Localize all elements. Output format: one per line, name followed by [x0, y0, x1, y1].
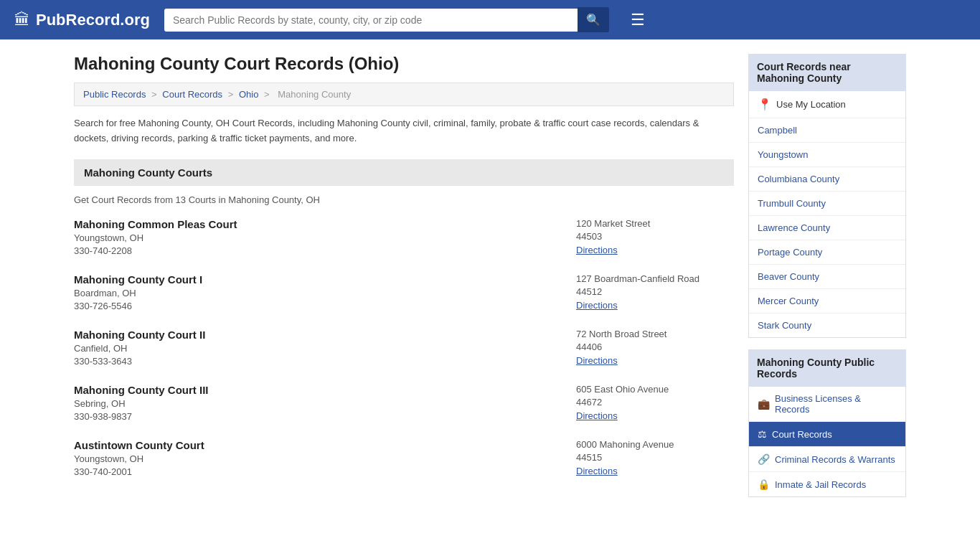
- breadcrumb-public-records[interactable]: Public Records: [83, 89, 146, 100]
- breadcrumb-court-records[interactable]: Court Records: [162, 89, 222, 100]
- court-entry-2: Mahoning County Court II Canfield, OH 33…: [74, 329, 734, 367]
- directions-link-0[interactable]: Directions: [576, 245, 618, 255]
- records-business[interactable]: 💼 Business Licenses & Records: [749, 387, 905, 422]
- nearby-youngstown[interactable]: Youngstown: [749, 143, 905, 167]
- records-inmate[interactable]: 🔒 Inmate & Jail Records: [749, 472, 905, 496]
- records-criminal[interactable]: 🔗 Criminal Records & Warrants: [749, 447, 905, 472]
- court-name-2: Mahoning County Court II: [74, 329, 576, 341]
- directions-link-2[interactable]: Directions: [576, 355, 618, 366]
- court-entry-0: Mahoning Common Pleas Court Youngstown, …: [74, 218, 734, 256]
- nearby-section-header: Court Records near Mahoning County: [748, 54, 906, 91]
- nearby-beaver[interactable]: Beaver County: [749, 265, 905, 289]
- search-input[interactable]: [164, 9, 578, 32]
- court-address-2: 72 North Broad Street: [576, 329, 734, 339]
- court-phone-3: 330-938-9837: [74, 411, 576, 422]
- court-name-4: Austintown County Court: [74, 439, 576, 451]
- court-right-1: 127 Boardman-Canfield Road 44512 Directi…: [576, 273, 734, 311]
- use-location-label: Use My Location: [776, 99, 846, 110]
- court-address-0: 120 Market Street: [576, 218, 734, 229]
- court-left-1: Mahoning County Court I Boardman, OH 330…: [74, 273, 576, 311]
- search-button[interactable]: 🔍: [578, 7, 609, 32]
- court-address-4: 6000 Mahoning Avenue: [576, 439, 734, 450]
- logo-link[interactable]: 🏛 PubRecord.org: [14, 11, 150, 29]
- court-name-0: Mahoning Common Pleas Court: [74, 218, 576, 230]
- court-left-3: Mahoning County Court III Sebring, OH 33…: [74, 384, 576, 422]
- court-right-0: 120 Market Street 44503 Directions: [576, 218, 734, 256]
- court-zip-4: 44515: [576, 452, 734, 463]
- court-phone-4: 330-740-2001: [74, 466, 576, 477]
- court-address-1: 127 Boardman-Canfield Road: [576, 273, 734, 284]
- breadcrumb-sep-1: >: [151, 89, 159, 100]
- briefcase-icon: 💼: [758, 398, 770, 410]
- directions-link-1[interactable]: Directions: [576, 300, 618, 311]
- sidebar: Court Records near Mahoning County 📍 Use…: [748, 54, 906, 497]
- location-icon: 📍: [758, 98, 772, 111]
- court-phone-2: 330-533-3643: [74, 356, 576, 367]
- court-right-4: 6000 Mahoning Avenue 44515 Directions: [576, 439, 734, 477]
- court-zip-1: 44512: [576, 286, 734, 297]
- breadcrumb-ohio[interactable]: Ohio: [239, 89, 258, 100]
- court-entry-4: Austintown County Court Youngstown, OH 3…: [74, 439, 734, 477]
- court-address-3: 605 East Ohio Avenue: [576, 384, 734, 395]
- court-entry-1: Mahoning County Court I Boardman, OH 330…: [74, 273, 734, 311]
- directions-link-3[interactable]: Directions: [576, 410, 618, 421]
- directions-link-4[interactable]: Directions: [576, 466, 618, 476]
- breadcrumb-sep-3: >: [264, 89, 272, 100]
- scale-icon: ⚖: [758, 428, 767, 440]
- court-left-0: Mahoning Common Pleas Court Youngstown, …: [74, 218, 576, 256]
- nearby-stark[interactable]: Stark County: [749, 314, 905, 337]
- records-list: 💼 Business Licenses & Records ⚖ Court Re…: [748, 387, 906, 497]
- court-city-0: Youngstown, OH: [74, 232, 576, 243]
- site-header: 🏛 PubRecord.org 🔍 ☰: [0, 0, 980, 39]
- court-city-3: Sebring, OH: [74, 398, 576, 409]
- nearby-mercer[interactable]: Mercer County: [749, 289, 905, 314]
- courts-count: Get Court Records from 13 Courts in Maho…: [74, 194, 734, 205]
- menu-button[interactable]: ☰: [631, 11, 645, 29]
- nearby-lawrence[interactable]: Lawrence County: [749, 216, 905, 240]
- lock-icon: 🔒: [758, 479, 770, 490]
- page-description: Search for free Mahoning County, OH Cour…: [74, 116, 734, 146]
- court-name-3: Mahoning County Court III: [74, 384, 576, 396]
- court-phone-0: 330-740-2208: [74, 245, 576, 256]
- nearby-columbiana[interactable]: Columbiana County: [749, 167, 905, 192]
- court-name-1: Mahoning County Court I: [74, 273, 576, 286]
- nearby-portage[interactable]: Portage County: [749, 240, 905, 265]
- breadcrumb: Public Records > Court Records > Ohio > …: [74, 83, 734, 106]
- main-container: Mahoning County Court Records (Ohio) Pub…: [60, 39, 920, 512]
- records-section-header: Mahoning County Public Records: [748, 349, 906, 387]
- logo-text: PubRecord.org: [36, 11, 150, 29]
- court-zip-0: 44503: [576, 231, 734, 242]
- court-right-2: 72 North Broad Street 44406 Directions: [576, 329, 734, 367]
- court-entry-3: Mahoning County Court III Sebring, OH 33…: [74, 384, 734, 422]
- logo-icon: 🏛: [14, 11, 30, 29]
- courts-section-header: Mahoning County Courts: [74, 159, 734, 186]
- nearby-list: 📍 Use My Location Campbell Youngstown Co…: [748, 91, 906, 338]
- breadcrumb-sep-2: >: [228, 89, 236, 100]
- court-right-3: 605 East Ohio Avenue 44672 Directions: [576, 384, 734, 422]
- records-court[interactable]: ⚖ Court Records: [749, 422, 905, 447]
- page-title: Mahoning County Court Records (Ohio): [74, 54, 734, 74]
- court-city-1: Boardman, OH: [74, 288, 576, 298]
- court-zip-2: 44406: [576, 342, 734, 352]
- search-bar: 🔍: [164, 7, 609, 32]
- link-icon: 🔗: [758, 453, 770, 465]
- content-area: Mahoning County Court Records (Ohio) Pub…: [74, 54, 734, 497]
- courts-list: Mahoning Common Pleas Court Youngstown, …: [74, 218, 734, 477]
- court-left-4: Austintown County Court Youngstown, OH 3…: [74, 439, 576, 477]
- nearby-campbell[interactable]: Campbell: [749, 118, 905, 143]
- nearby-trumbull[interactable]: Trumbull County: [749, 192, 905, 216]
- court-phone-1: 330-726-5546: [74, 301, 576, 311]
- court-zip-3: 44672: [576, 397, 734, 408]
- court-city-4: Youngstown, OH: [74, 453, 576, 464]
- court-city-2: Canfield, OH: [74, 343, 576, 354]
- court-left-2: Mahoning County Court II Canfield, OH 33…: [74, 329, 576, 367]
- breadcrumb-mahoning: Mahoning County: [278, 89, 351, 100]
- use-location-item[interactable]: 📍 Use My Location: [749, 91, 905, 118]
